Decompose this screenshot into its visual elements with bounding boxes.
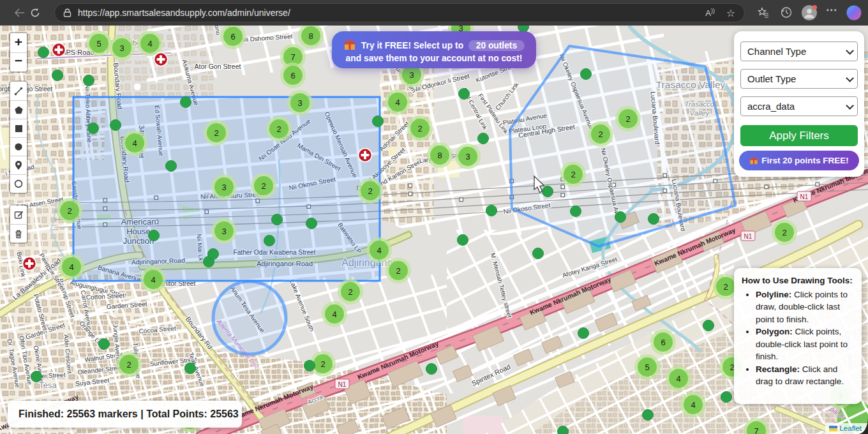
svg-text:4: 4 xyxy=(676,374,680,384)
svg-text:8: 8 xyxy=(437,151,442,160)
svg-text:4: 4 xyxy=(151,275,155,285)
svg-text:3: 3 xyxy=(409,70,414,80)
svg-text:2: 2 xyxy=(261,181,266,191)
svg-text:2: 2 xyxy=(126,360,131,370)
svg-text:4: 4 xyxy=(147,39,152,49)
svg-text:2: 2 xyxy=(571,170,575,179)
svg-text:6: 6 xyxy=(290,71,295,80)
svg-text:N1: N1 xyxy=(338,381,347,388)
svg-text:3: 3 xyxy=(221,227,226,236)
svg-text:4: 4 xyxy=(132,138,137,148)
svg-text:4: 4 xyxy=(332,310,336,319)
svg-text:7: 7 xyxy=(290,52,295,62)
svg-text:2: 2 xyxy=(723,282,728,292)
svg-text:2: 2 xyxy=(320,359,325,369)
svg-text:2: 2 xyxy=(598,130,602,139)
svg-text:4: 4 xyxy=(377,246,381,255)
svg-text:5: 5 xyxy=(96,39,101,49)
svg-text:Ator Gon Street: Ator Gon Street xyxy=(195,63,241,70)
svg-text:2: 2 xyxy=(625,114,630,124)
svg-text:2: 2 xyxy=(396,266,400,276)
svg-text:N1: N1 xyxy=(800,193,809,200)
svg-text:5: 5 xyxy=(645,363,649,372)
svg-text:2: 2 xyxy=(276,124,281,134)
svg-text:2: 2 xyxy=(348,287,352,297)
svg-text:6: 6 xyxy=(230,32,235,41)
svg-text:4: 4 xyxy=(69,262,73,272)
svg-text:2: 2 xyxy=(782,228,786,237)
svg-text:Tesa: Tesa xyxy=(39,380,57,390)
svg-text:2: 2 xyxy=(214,128,218,138)
svg-text:8: 8 xyxy=(308,31,313,41)
svg-text:3: 3 xyxy=(297,98,302,108)
svg-text:2: 2 xyxy=(67,206,71,216)
svg-text:4: 4 xyxy=(395,98,400,107)
svg-text:3: 3 xyxy=(119,43,124,53)
svg-text:2: 2 xyxy=(417,124,422,133)
svg-text:6: 6 xyxy=(661,338,665,347)
svg-text:7: 7 xyxy=(754,426,758,434)
svg-text:4: 4 xyxy=(691,400,695,410)
svg-text:3: 3 xyxy=(221,183,226,192)
svg-text:N1: N1 xyxy=(744,233,752,240)
svg-text:2: 2 xyxy=(368,186,372,196)
svg-text:3: 3 xyxy=(465,152,470,161)
